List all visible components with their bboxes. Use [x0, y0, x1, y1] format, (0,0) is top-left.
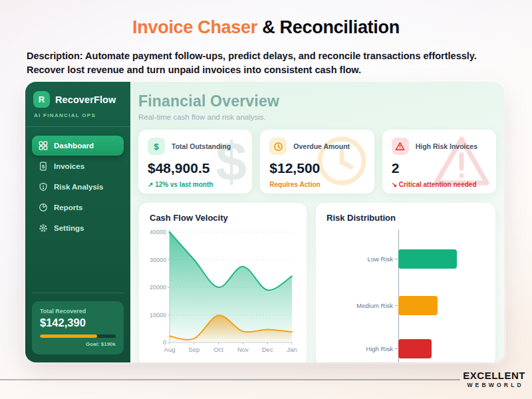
svg-text:20000: 20000: [150, 284, 166, 291]
dashboard-grid-icon: [39, 141, 48, 150]
svg-text:Sep: Sep: [188, 346, 200, 353]
section-title: Financial Overview: [138, 92, 496, 110]
gear-icon: [39, 223, 48, 233]
axis-tick: [395, 259, 398, 259]
dollar-icon: $: [148, 138, 165, 155]
bar-row-low-risk: Low Risk: [327, 249, 485, 269]
recovered-progress-track: [40, 334, 116, 338]
section-subtitle: Real-time cash flow and risk analysis.: [138, 113, 496, 121]
chart-title: Cash Flow Velocity: [150, 213, 296, 223]
svg-text:Dec: Dec: [262, 346, 273, 353]
stat-label: Total Outstanding: [172, 142, 231, 150]
bar-label: High Risk: [327, 345, 393, 352]
invoice-dollar-icon: $: [39, 162, 48, 171]
svg-text:Jan: Jan: [287, 346, 297, 353]
stat-cards-row: $ $ Total Outstanding $48,900.5 ↗ 12% vs…: [138, 130, 496, 194]
stat-value: $48,900.5: [148, 160, 243, 176]
bar-label: Medium Risk: [327, 302, 393, 309]
clock-icon: [269, 138, 287, 155]
axis-tick: [395, 305, 398, 306]
cash-flow-chart-card: Cash Flow Velocity 010000200003000040000…: [138, 202, 307, 362]
description-line-2: Recover lost revenue and turn unpaid inv…: [27, 63, 512, 77]
brand-logo: R RecoverFlow: [33, 91, 122, 108]
stat-label: High Risk Invoices: [416, 142, 477, 150]
stat-card-high-risk-invoices: High Risk Invoices 2 ↘ Critical attentio…: [382, 130, 496, 194]
sidebar-item-label: Dashboard: [54, 142, 94, 150]
page-title: Invoice Chaser & Reconciliation: [0, 17, 532, 38]
description-label: Description:: [27, 51, 83, 61]
stat-value: $12,500: [269, 160, 364, 176]
footer-brand-line2: WEBWORLD: [466, 382, 525, 388]
sidebar-item-reports[interactable]: Reports: [32, 198, 124, 217]
page-title-rest: & Reconciliation: [257, 17, 400, 37]
sidebar-item-invoices[interactable]: $ Invoices: [32, 156, 124, 176]
svg-text:40000: 40000: [150, 229, 166, 235]
recovered-label: Total Recovered: [40, 308, 116, 315]
footer-brand-line1: EXCELLENT: [463, 370, 525, 381]
logo-badge: R: [33, 91, 50, 108]
sidebar-menu: Dashboard $ Invoices Risk Analysis: [25, 127, 130, 239]
stat-label: Overdue Amount: [293, 142, 350, 150]
sidebar-item-risk-analysis[interactable]: Risk Analysis: [32, 177, 124, 197]
page-description: Description: Automate payment follow-ups…: [27, 49, 512, 77]
sidebar-item-label: Risk Analysis: [54, 183, 103, 191]
sidebar-bottom: Total Recovered $142,390 Goal: $190k: [25, 293, 130, 362]
warning-triangle-icon: [392, 138, 409, 155]
bar-label: Low Risk: [327, 255, 393, 263]
recovered-goal: Goal: $190k: [40, 341, 116, 347]
cash-flow-area-chart: 010000200003000040000AugSepOctNovDecJan: [150, 227, 297, 360]
bar-row-high-risk: High Risk: [327, 339, 485, 358]
stat-delta: ↗ 12% vs last month: [148, 181, 243, 188]
bar-high-risk: [398, 339, 432, 358]
main-content: Financial Overview Real-time cash flow a…: [130, 82, 504, 362]
sidebar-item-label: Settings: [54, 224, 84, 232]
stat-value: 2: [392, 160, 487, 176]
sidebar-item-label: Invoices: [54, 162, 84, 170]
stat-delta: Requires Action: [269, 181, 364, 188]
svg-text:Oct: Oct: [213, 346, 223, 353]
footer-brand-logo: EXCELLENT WEBWORLD: [463, 370, 525, 388]
bar-low-risk: [398, 249, 457, 269]
chart-title: Risk Distribution: [327, 213, 485, 223]
risk-bar-chart: Low Risk Medium Risk High Risk: [327, 229, 485, 362]
brand-name: RecoverFlow: [55, 94, 116, 105]
risk-shield-icon: [39, 182, 48, 192]
sidebar: R RecoverFlow AI FINANCIAL OPS Dashboard…: [25, 82, 130, 362]
brand-tagline: AI FINANCIAL OPS: [34, 112, 130, 118]
svg-text:10000: 10000: [150, 312, 166, 319]
pie-chart-icon: [39, 203, 48, 212]
description-line-1: Description: Automate payment follow-ups…: [27, 49, 512, 63]
recovered-value: $142,390: [40, 317, 116, 329]
axis-tick: [395, 348, 398, 349]
progress-fill: [40, 334, 97, 338]
total-recovered-card: Total Recovered $142,390 Goal: $190k: [32, 301, 124, 354]
svg-text:Nov: Nov: [237, 346, 249, 353]
sidebar-item-dashboard[interactable]: Dashboard: [32, 136, 124, 156]
bar-row-medium-risk: Medium Risk: [327, 296, 485, 315]
svg-text:0: 0: [163, 339, 166, 346]
svg-text:Aug: Aug: [164, 346, 176, 353]
stat-card-total-outstanding: $ $ Total Outstanding $48,900.5 ↗ 12% vs…: [138, 130, 252, 194]
sidebar-divider: [32, 293, 124, 293]
svg-text:30000: 30000: [150, 257, 166, 263]
sidebar-item-label: Reports: [54, 203, 82, 211]
dashboard-panel: R RecoverFlow AI FINANCIAL OPS Dashboard…: [25, 82, 504, 362]
charts-row: Cash Flow Velocity 010000200003000040000…: [138, 202, 496, 362]
footer-divider: [0, 379, 460, 380]
sidebar-item-settings[interactable]: Settings: [32, 218, 124, 238]
stat-card-overdue-amount: Overdue Amount $12,500 Requires Action: [260, 130, 374, 194]
risk-distribution-chart-card: Risk Distribution Low Risk Medium Risk: [315, 202, 496, 362]
bar-medium-risk: [398, 296, 438, 315]
svg-text:$: $: [42, 164, 45, 170]
stat-delta: ↘ Critical attention needed: [392, 181, 487, 188]
page-title-accent: Invoice Chaser: [132, 17, 257, 37]
